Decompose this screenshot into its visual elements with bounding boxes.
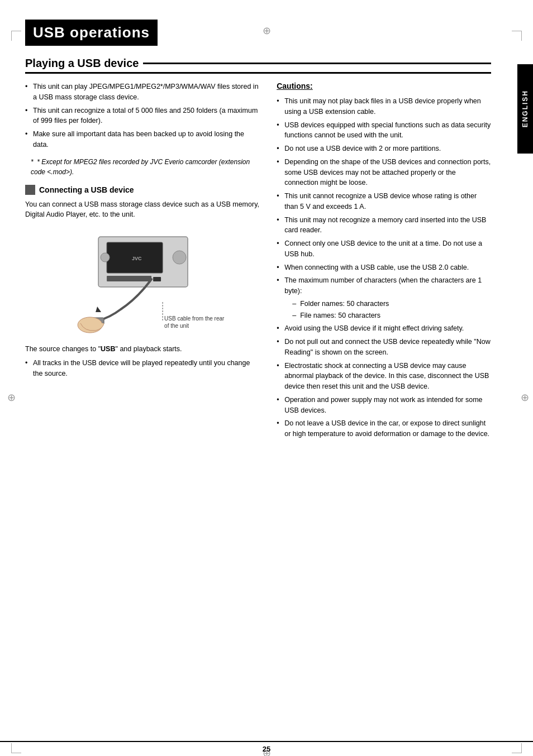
svg-point-4 <box>101 253 110 262</box>
main-bullet-list: This unit can play JPEG/MPEG1/MPEG2*/MP3… <box>25 82 261 150</box>
list-item: Do not pull out and connect the USB devi… <box>277 337 491 358</box>
svg-rect-6 <box>153 277 161 281</box>
svg-point-3 <box>173 251 186 264</box>
list-item: Folder names: 50 characters <box>292 299 491 309</box>
list-item: USB devices equipped with special functi… <box>277 120 491 141</box>
bottom-bar <box>0 741 533 742</box>
list-item: This unit may not play back files in a U… <box>277 96 491 117</box>
list-item: Operation and power supply may not work … <box>277 395 491 416</box>
right-column: Cautions: This unit may not play back fi… <box>277 82 491 446</box>
list-item: Avoid using the USB device if it might e… <box>277 323 491 334</box>
corner-mark-bl <box>11 743 21 753</box>
left-column: This unit can play JPEG/MPEG1/MPEG2*/MP3… <box>25 82 261 446</box>
main-content: USB operations Playing a USB device This… <box>25 20 508 446</box>
section-title-text: Playing a USB device <box>25 57 139 70</box>
page-container: ⊕ ⊕ ⊕ ⊕ ENGLISH USB operations Playing a… <box>0 20 533 756</box>
page-number: 25 <box>263 745 270 753</box>
footnote: * * Except for MPEG2 files recorded by J… <box>31 157 261 177</box>
corner-mark-br <box>512 743 522 753</box>
list-item: Make sure all important data has been ba… <box>25 129 261 150</box>
sub-bullet-list: Folder names: 50 characters File names: … <box>292 299 491 321</box>
device-image: JVC <box>25 226 261 337</box>
section-title-line <box>143 63 491 64</box>
svg-rect-5 <box>107 276 151 281</box>
list-item: Do not leave a USB device in the car, or… <box>277 418 491 439</box>
reg-mark-left: ⊕ <box>6 392 17 403</box>
cautions-title: Cautions: <box>277 82 491 90</box>
list-item: All tracks in the USB device will be pla… <box>25 358 261 379</box>
list-item: This unit can recognize a total of 5 000… <box>25 106 261 127</box>
list-item: The maximum number of characters (when t… <box>277 275 491 320</box>
device-svg: JVC <box>25 226 261 337</box>
corner-mark-tl <box>11 31 21 41</box>
two-col-layout: This unit can play JPEG/MPEG1/MPEG2*/MP3… <box>25 82 491 446</box>
sub-section-desc: You can connect a USB mass storage class… <box>25 199 261 221</box>
list-item: Do not use a USB device with 2 or more p… <box>277 143 491 154</box>
sidebar-label: ENGLISH <box>521 90 529 127</box>
svg-text:JVC: JVC <box>132 256 142 261</box>
usb-bold: USB <box>101 345 115 353</box>
sub-section-title: Connecting a USB device <box>25 185 261 195</box>
english-sidebar: ENGLISH <box>517 64 533 154</box>
playback-bullet-list: All tracks in the USB device will be pla… <box>25 358 261 379</box>
sub-section-label: Connecting a USB device <box>39 185 134 194</box>
list-item: When connecting with a USB cable, use th… <box>277 262 491 273</box>
list-item: This unit may not recognize a memory car… <box>277 215 491 236</box>
playback-text: The source changes to "USB" and playback… <box>25 344 261 355</box>
cautions-list: This unit may not play back files in a U… <box>277 96 491 439</box>
reg-mark-top: ⊕ <box>261 25 272 36</box>
corner-mark-tr <box>512 31 522 41</box>
svg-text:of the unit: of the unit <box>164 323 189 329</box>
page-title: USB operations <box>33 24 150 41</box>
list-item: Electrostatic shock at connecting a USB … <box>277 361 491 392</box>
reg-mark-right: ⊕ <box>519 392 530 403</box>
svg-text:USB cable from the rear: USB cable from the rear <box>164 315 225 322</box>
section-title: Playing a USB device <box>25 57 491 74</box>
sub-section-icon <box>25 185 35 195</box>
list-item: Depending on the shape of the USB device… <box>277 157 491 188</box>
list-item: This unit can play JPEG/MPEG1/MPEG2*/MP3… <box>25 82 261 103</box>
list-item: This unit cannot recognize a USB device … <box>277 191 491 212</box>
list-item: Connect only one USB device to the unit … <box>277 238 491 260</box>
page-title-box: USB operations <box>25 20 158 46</box>
list-item: File names: 50 characters <box>292 310 491 321</box>
